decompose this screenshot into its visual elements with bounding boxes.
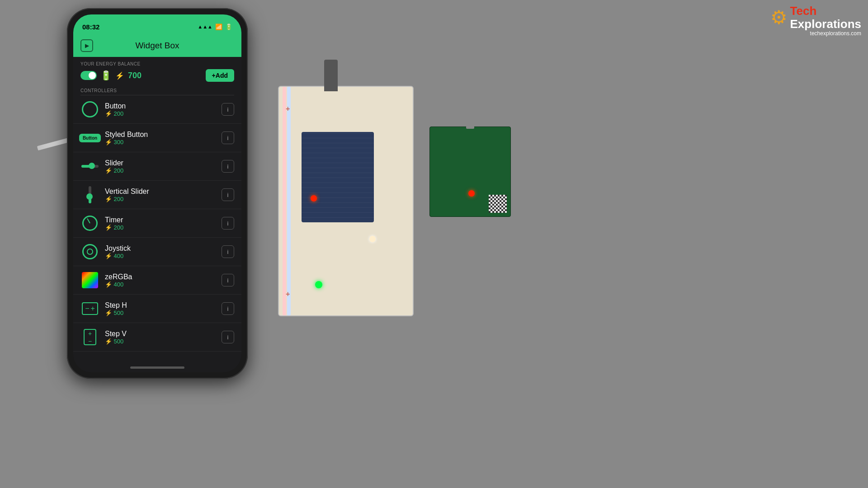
info-button-joystick[interactable]: i: [222, 245, 234, 258]
steph-plus-icon: +: [91, 305, 95, 312]
button-info: Button ⚡ 200: [105, 102, 216, 117]
list-item[interactable]: + − Step V ⚡ 500 i: [73, 323, 241, 352]
list-item[interactable]: zeRGBa ⚡ 400 i: [73, 266, 241, 295]
info-button-steph[interactable]: i: [222, 302, 234, 315]
cross-marker-top: +: [286, 105, 290, 113]
vslider-icon-area: [80, 185, 99, 204]
cross-marker-bottom: +: [286, 290, 290, 298]
info-icon-zergba: i: [227, 277, 229, 284]
energy-amount: 700: [128, 71, 142, 80]
usb-cable: [324, 60, 338, 91]
list-item[interactable]: Slider ⚡ 200 i: [73, 152, 241, 181]
home-indicator: [130, 366, 184, 369]
vslider-info: Vertical Slider ⚡ 200: [105, 188, 216, 202]
widget-cost-button: ⚡ 200: [105, 110, 216, 117]
info-icon-styled-btn: i: [227, 135, 229, 141]
led-green: [315, 281, 322, 288]
cost-bolt-button: ⚡: [105, 110, 112, 117]
zergba-info: zeRGBa ⚡ 400: [105, 273, 216, 288]
timer-icon-area: [80, 214, 99, 233]
led-white: [369, 236, 376, 242]
info-button-slider[interactable]: i: [222, 160, 234, 173]
toggle-switch[interactable]: [80, 71, 97, 80]
zergba-icon: [82, 272, 98, 288]
info-icon-steph: i: [227, 305, 229, 312]
wifi-icon: 📶: [215, 23, 222, 30]
stepv-info: Step V ⚡ 500: [105, 330, 216, 345]
content-area: YOUR ENERGY BALANCE 🔋 ⚡ 700 +Add CONTROL…: [73, 57, 241, 352]
toggle-knob: [89, 72, 96, 79]
logo-url: techexplorations.com: [810, 30, 861, 37]
app-header: ▶ Widget Box: [73, 34, 241, 57]
info-button-zergba[interactable]: i: [222, 274, 234, 286]
list-item[interactable]: − + Step H ⚡ 500 i: [73, 295, 241, 323]
info-icon-vslider: i: [227, 192, 229, 198]
info-icon-timer: i: [227, 220, 229, 227]
slider-info: Slider ⚡ 200: [105, 159, 216, 174]
button-circle-icon: [82, 101, 98, 117]
info-icon-button: i: [227, 106, 229, 113]
cost-bolt-joystick: ⚡: [105, 253, 112, 259]
info-button-styled-btn[interactable]: i: [222, 131, 234, 144]
widget-cost-slider: ⚡ 200: [105, 167, 216, 174]
cost-bolt-vslider: ⚡: [105, 196, 112, 202]
styled-btn-info: Styled Button ⚡ 300: [105, 131, 216, 145]
energy-bolt: ⚡: [115, 71, 124, 80]
gear-icon: ⚙: [770, 8, 788, 27]
signal-icon: ▲▲▲: [198, 24, 212, 29]
info-button-vslider[interactable]: i: [222, 188, 234, 201]
joystick-inner-icon: [87, 249, 93, 255]
cost-bolt-slider: ⚡: [105, 167, 112, 174]
power-rail-blue: [287, 87, 291, 315]
qr-code: [489, 195, 507, 213]
info-button-button[interactable]: i: [222, 103, 234, 116]
play-icon: ▶: [85, 42, 89, 49]
add-button[interactable]: +Add: [206, 69, 234, 82]
steph-info: Step H ⚡ 500: [105, 301, 216, 316]
info-button-stepv[interactable]: i: [222, 331, 234, 343]
stepv-plus-icon: +: [88, 330, 92, 337]
info-button-timer[interactable]: i: [222, 217, 234, 230]
phone-screen: 08:32 ▲▲▲ 📶 🔋 ▶ Widget Box YOUR ENERGY B…: [73, 14, 241, 372]
qr-pattern: [489, 195, 507, 213]
play-button[interactable]: ▶: [80, 39, 93, 52]
breadboard: + +: [278, 86, 414, 316]
stepv-minus-icon: −: [88, 338, 92, 344]
timer-icon: [82, 216, 98, 231]
widget-cost-timer: ⚡ 200: [105, 224, 216, 231]
list-item[interactable]: Button Styled Button ⚡ 300 i: [73, 124, 241, 152]
energy-section: YOUR ENERGY BALANCE 🔋 ⚡ 700 +Add: [73, 57, 241, 85]
battery-symbol: 🔋: [100, 70, 112, 81]
pcb-pattern: [302, 132, 374, 222]
vslider-icon: [86, 186, 94, 203]
joystick-icon-area: [80, 242, 99, 261]
widget-name-vslider: Vertical Slider: [105, 188, 216, 196]
widget-cost-joystick: ⚡ 400: [105, 253, 216, 259]
list-item[interactable]: Button ⚡ 200 i: [73, 95, 241, 124]
info-icon-slider: i: [227, 163, 229, 170]
widget-cost-styled-btn: ⚡ 300: [105, 139, 216, 145]
cost-bolt-steph: ⚡: [105, 310, 112, 316]
joystick-icon: [82, 244, 98, 259]
breadboard-assembly: + +: [269, 63, 432, 303]
steph-icon-area: − +: [80, 299, 99, 318]
list-item[interactable]: Timer ⚡ 200 i: [73, 209, 241, 238]
stepv-icon-area: + −: [80, 328, 99, 347]
status-bar: 08:32 ▲▲▲ 📶 🔋: [73, 14, 241, 34]
widget-cost-zergba: ⚡ 400: [105, 281, 216, 288]
green-pcb: [429, 127, 511, 217]
power-rail-red: [283, 87, 286, 315]
widget-name-zergba: zeRGBa: [105, 273, 216, 281]
controllers-label: CONTROLLERS: [73, 85, 241, 95]
energy-left: 🔋 ⚡ 700: [80, 70, 142, 81]
status-time: 08:32: [82, 23, 99, 31]
widget-name-timer: Timer: [105, 216, 216, 224]
list-item[interactable]: Joystick ⚡ 400 i: [73, 238, 241, 266]
list-item[interactable]: Vertical Slider ⚡ 200 i: [73, 181, 241, 209]
micro-usb: [466, 123, 474, 129]
widget-name-styled-btn: Styled Button: [105, 131, 216, 139]
energy-label: YOUR ENERGY BALANCE: [80, 61, 234, 66]
widget-cost-stepv: ⚡ 500: [105, 338, 216, 345]
led-red: [311, 195, 317, 202]
info-icon-stepv: i: [227, 334, 229, 341]
